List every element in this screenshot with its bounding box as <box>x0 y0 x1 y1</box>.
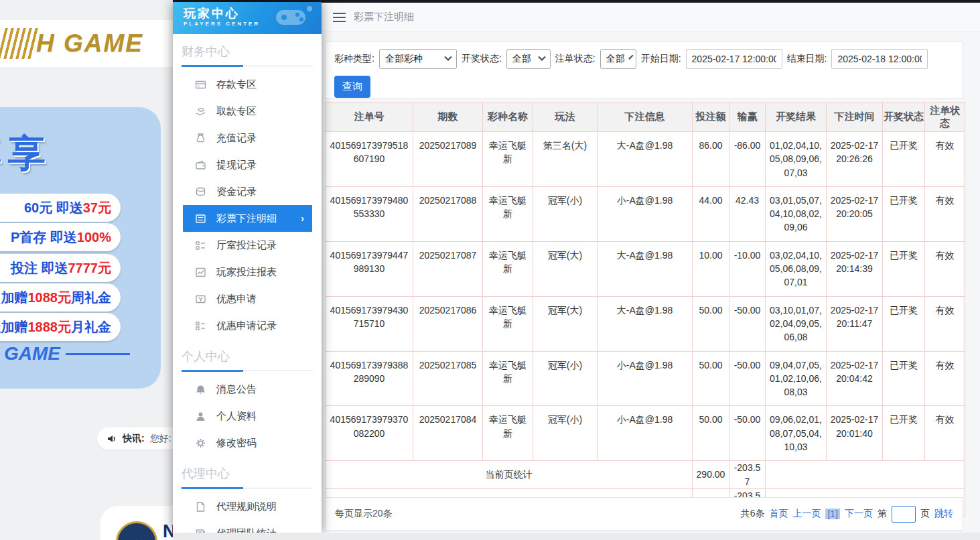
sidebar-item-announcements[interactable]: 消息公告 <box>183 376 312 403</box>
sidebar-item-profile[interactable]: 个人资料 <box>183 403 312 429</box>
jump-pre-label: 第 <box>878 508 887 520</box>
promo-banner: 尊享 60元 即送37元 P首存 即送100% 投注 即送7777元 加赠108… <box>0 107 161 389</box>
sidebar-item-agent-rules[interactable]: 代理规则说明 <box>183 493 312 520</box>
col-order-no: 注单号 <box>326 103 413 132</box>
cell-order-status: 有效 <box>925 132 965 187</box>
cell-order-status: 有效 <box>925 296 965 351</box>
cell-time: 2025-02-17 20:26:26 <box>827 132 883 187</box>
hamburger-menu-icon[interactable] <box>333 13 346 22</box>
cell-play: 冠军(大) <box>533 296 598 351</box>
news-ticker: 快讯: 您好: <box>97 427 176 450</box>
sidebar-item-label: 代理规则说明 <box>216 500 277 513</box>
lottery-type-select[interactable]: 全部彩种 <box>379 49 457 69</box>
query-button[interactable]: 查询 <box>334 76 370 98</box>
sidebar-item-label: 充值记录 <box>216 132 257 145</box>
sidebar-item-withdraw[interactable]: 取款专区 <box>183 98 312 125</box>
lottery-type-value: 全部彩种 <box>385 53 423 65</box>
sidebar-item-player-bet-report[interactable]: 玩家投注报表 <box>183 259 312 285</box>
sidebar-item-change-password[interactable]: 修改密码 <box>183 429 312 456</box>
cell-result: 01,02,04,10,05,08,09,06,07,03 <box>766 132 827 187</box>
lottery-list-icon <box>195 213 206 224</box>
end-date-input[interactable] <box>831 49 928 69</box>
promo-pill: P首存 即送100% <box>0 223 121 251</box>
summary-amount: 290.00 <box>693 461 729 489</box>
start-date-input[interactable] <box>686 49 782 69</box>
news-icon <box>195 528 206 533</box>
cell-play: 冠军(小) <box>533 406 598 461</box>
table-row: 401569173979430715710 20250217086 幸运飞艇新 … <box>326 296 965 351</box>
cell-bet-info: 小-A盘@1.98 <box>598 351 693 406</box>
sidebar-item-label: 优惠申请 <box>216 293 257 306</box>
sidebar-item-label: 资金记录 <box>216 186 257 198</box>
chevron-down-icon <box>444 54 451 61</box>
cell-draw-status: 已开奖 <box>883 406 925 461</box>
content-topbar: 彩票下注明细 <box>322 3 980 32</box>
sidebar-item-withdrawal-record[interactable]: 提现记录 <box>183 151 312 178</box>
sidebar-item-recharge-record[interactable]: 充值记录 <box>183 125 312 151</box>
deposit-card-icon <box>195 79 206 90</box>
section-underline <box>182 370 313 372</box>
bottom-gray-strip <box>173 533 980 540</box>
chevron-right-icon: › <box>301 213 304 224</box>
withdrawal-wallet-icon <box>195 159 206 171</box>
news-text: 您好: <box>150 433 171 445</box>
promo-pill-text: 加赠 <box>1 289 28 307</box>
sidebar-item-promo-apply-record[interactable]: 优惠申请记录 <box>183 312 312 339</box>
promo-headline: 尊享 <box>0 129 52 180</box>
sidebar-item-label: 厅室投注记录 <box>216 239 277 252</box>
end-date-label: 结束日期: <box>787 53 827 65</box>
promo-pill: 天加赠1888元月礼金 <box>0 313 121 341</box>
sidebar-item-funds-record[interactable]: 资金记录 <box>183 178 312 205</box>
sidebar-item-agent-team-stats[interactable]: 代理团队统计 <box>183 520 312 533</box>
sidebar-item-deposit[interactable]: 存款专区 <box>183 71 312 98</box>
lottery-type-label: 彩种类型: <box>334 53 374 65</box>
prev-page-link[interactable]: 上一页 <box>792 508 821 520</box>
promo-pill: 60元 即送37元 <box>0 194 121 222</box>
page-number-input[interactable] <box>892 506 916 523</box>
promo-record-icon <box>195 320 206 332</box>
chevron-down-icon <box>628 55 633 60</box>
cell-order-no: 401569173979388289090 <box>326 351 413 406</box>
col-draw-status: 开奖状态 <box>883 103 925 132</box>
promo-pill-highlight: 100% <box>77 230 111 245</box>
sidebar-item-promo-apply[interactable]: 优惠申请 <box>183 285 312 312</box>
next-page-link[interactable]: 下一页 <box>845 508 873 520</box>
hall-bets-icon <box>195 240 206 251</box>
start-date-label: 开始日期: <box>641 53 681 65</box>
jump-go-link[interactable]: 跳转 <box>934 508 953 520</box>
bets-table-card: 注单号 期数 彩种名称 玩法 下注信息 投注额 输赢 开奖结果 下注时间 开奖状… <box>325 102 963 517</box>
brand-logo-icon <box>0 28 40 59</box>
sidebar-item-hall-bet-record[interactable]: 厅室投注记录 <box>183 232 312 259</box>
promo-pill: 加赠1088元周礼金 <box>0 283 121 312</box>
bell-icon <box>195 384 206 395</box>
first-page-link[interactable]: 首页 <box>769 508 788 520</box>
draw-status-select[interactable]: 全部 <box>506 49 551 69</box>
order-status-select[interactable]: 全部 <box>600 49 636 69</box>
page-summary-row: 当前页统计 290.00 -203.57 <box>326 461 965 489</box>
cell-order-no: 401569173979518607190 <box>326 132 413 187</box>
cell-period: 20250217085 <box>413 351 483 406</box>
summary-win-loss: -203.57 <box>729 461 766 489</box>
promo-pill-text: 投注 即送 <box>11 259 68 277</box>
current-page-indicator: [1] <box>825 509 840 519</box>
speaker-icon <box>107 433 117 444</box>
cell-draw-status: 已开奖 <box>883 296 925 351</box>
col-amount: 投注额 <box>693 103 729 132</box>
cell-order-no: 401569173979480553330 <box>326 186 413 241</box>
promo-pill-text: 天加赠 <box>0 318 28 336</box>
section-title-finance: 财务中心 <box>182 44 322 60</box>
order-status-value: 全部 <box>606 53 625 65</box>
main-content: 彩票下注明细 彩种类型: 全部彩种 开奖状态: 全部 注单状态: 全部 开始日期… <box>322 0 980 540</box>
sidebar-item-label: 玩家投注报表 <box>216 266 277 279</box>
document-icon <box>195 501 206 513</box>
cell-period: 20250217087 <box>413 241 483 296</box>
cell-bet-info: 大-A盘@1.98 <box>598 296 693 351</box>
sidebar-item-lottery-bet-detail[interactable]: 彩票下注明细 › <box>183 205 312 232</box>
cell-draw-status: 已开奖 <box>883 241 925 296</box>
cell-order-status: 有效 <box>925 406 965 461</box>
cell-result: 09,04,07,05,01,02,10,06,08,03 <box>766 351 827 406</box>
cell-time: 2025-02-17 20:14:39 <box>827 241 883 296</box>
col-win-loss: 输赢 <box>729 103 766 132</box>
cell-bet-info: 大-A盘@1.98 <box>598 132 693 187</box>
cell-period: 20250217084 <box>413 406 483 461</box>
